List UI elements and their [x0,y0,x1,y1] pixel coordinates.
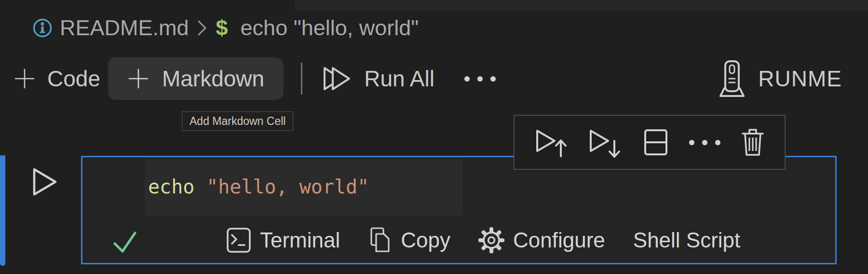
kernel-selector-button[interactable]: RUNME [715,59,845,98]
code-cell[interactable]: echo"hello, world" Terminal [81,156,837,264]
code-string-token: "hello, world" [206,176,369,198]
run-all-button[interactable]: Run All [321,65,434,93]
terminal-label: Terminal [260,228,340,252]
copy-icon [368,226,392,254]
notebook-toolbar: Code Markdown Run All [0,56,868,101]
chevron-right-icon [196,18,208,38]
language-selector[interactable]: Shell Script [633,228,741,252]
delete-cell-button[interactable] [740,127,766,157]
ellipsis-icon [689,140,720,145]
trash-icon [740,127,766,157]
run-all-label: Run All [364,66,434,92]
plus-icon [14,68,36,90]
add-markdown-button[interactable]: Markdown [108,57,284,100]
execute-below-button[interactable] [587,126,622,158]
kernel-label: RUNME [758,66,842,92]
split-cell-icon [641,127,670,157]
run-cell-button[interactable] [31,166,59,198]
terminal-button[interactable]: Terminal [226,227,340,254]
tab-bar-strip [295,0,868,10]
tooltip-add-markdown-cell: Add Markdown Cell [182,111,293,131]
add-code-label: Code [47,66,100,92]
split-cell-button[interactable] [641,127,670,157]
info-icon [32,17,53,39]
toolbar-separator [301,63,302,95]
breadcrumb-file[interactable]: README.md [60,15,189,41]
play-icon [31,166,59,198]
copy-button[interactable]: Copy [368,226,450,254]
code-command-token: echo [148,176,194,198]
more-actions-button[interactable] [464,76,496,82]
cell-code-editor[interactable]: echo"hello, world" [148,173,369,201]
terminal-icon [226,227,251,254]
breadcrumb-shell-symbol: $ [216,15,228,41]
language-label: Shell Script [633,228,741,252]
configure-button[interactable]: Configure [478,227,605,253]
more-cell-actions-button[interactable] [689,140,720,145]
execute-above-button[interactable] [534,126,569,158]
play-up-icon [534,126,569,158]
play-down-icon [587,126,622,158]
breadcrumb-command[interactable]: echo "hello, world" [241,15,419,41]
ellipsis-icon [464,76,496,82]
configure-label: Configure [513,228,605,252]
add-code-button[interactable]: Code [14,66,100,92]
add-markdown-label: Markdown [162,66,264,92]
runme-logo-icon [718,59,746,98]
success-check-icon [111,230,138,255]
gear-icon [478,227,504,253]
breadcrumb: README.md $ echo "hello, world" [32,14,419,41]
cell-status-bar: Terminal Copy [226,223,740,258]
runme-notebook-editor: README.md $ echo "hello, world" Code M [0,0,868,274]
run-all-icon [321,65,353,93]
plus-icon [127,68,149,90]
cell-focus-indicator[interactable] [0,155,5,266]
cell-toolbar [514,115,786,170]
copy-label: Copy [401,228,450,252]
